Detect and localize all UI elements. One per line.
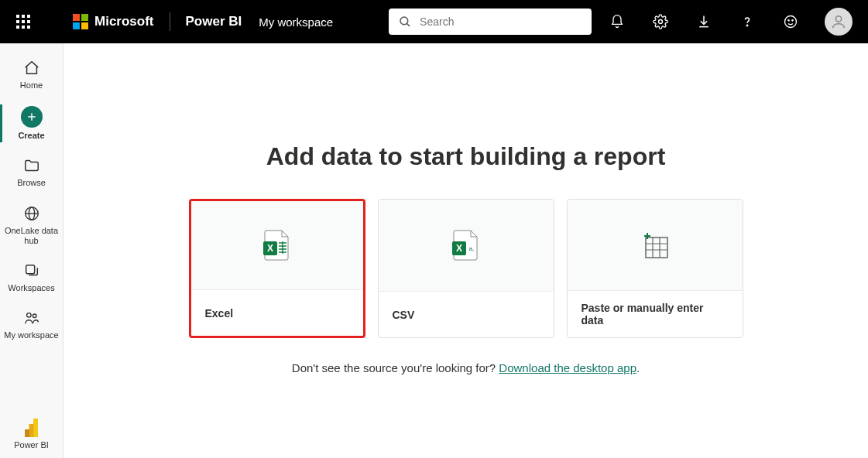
sidebar-item-onelake[interactable]: OneLake data hub <box>0 197 63 254</box>
microsoft-logo-icon <box>73 14 88 29</box>
card-icon-area <box>568 200 743 290</box>
workspace-breadcrumb[interactable]: My workspace <box>259 15 333 29</box>
notifications-button[interactable] <box>608 12 626 31</box>
data-source-cards: X Excel X <box>189 199 743 338</box>
sidebar-item-create[interactable]: Create <box>0 98 63 149</box>
sidebar-item-workspaces[interactable]: Workspaces <box>0 254 63 301</box>
svg-rect-26 <box>646 238 667 258</box>
sidebar-item-home[interactable]: Home <box>0 51 63 98</box>
people-icon <box>22 309 41 327</box>
svg-rect-14 <box>29 424 33 437</box>
card-label: Excel <box>191 289 363 336</box>
separator <box>170 12 170 31</box>
nav-label: My workspace <box>4 330 58 340</box>
table-plus-icon <box>640 230 671 261</box>
microsoft-brand: Microsoft <box>73 14 154 29</box>
svg-point-5 <box>788 20 789 21</box>
footer-suffix: . <box>636 361 640 374</box>
download-desktop-link[interactable]: Download the desktop app <box>499 361 636 374</box>
app-launcher-button[interactable] <box>9 8 37 36</box>
card-csv[interactable]: X a, CSV <box>378 199 554 338</box>
svg-text:X: X <box>266 243 273 254</box>
nav-label: Create <box>18 131 44 141</box>
svg-point-6 <box>792 20 793 21</box>
download-button[interactable] <box>695 12 713 31</box>
powerbi-icon <box>22 419 41 437</box>
question-icon <box>739 14 755 29</box>
svg-text:a,: a, <box>468 245 474 252</box>
card-manual-data[interactable]: Paste or manually enter data <box>567 199 743 338</box>
svg-rect-15 <box>25 429 29 437</box>
sidebar-item-browse[interactable]: Browse <box>0 149 63 196</box>
settings-button[interactable] <box>651 12 670 31</box>
svg-point-2 <box>659 20 663 24</box>
nav-label: OneLake data hub <box>3 226 60 246</box>
person-icon <box>830 13 847 30</box>
nav-label: Home <box>20 80 43 91</box>
excel-file-icon: X <box>263 229 291 261</box>
csv-file-icon: X a, <box>452 229 480 261</box>
svg-point-7 <box>835 16 841 22</box>
svg-rect-13 <box>33 419 38 437</box>
search-input[interactable] <box>420 15 582 28</box>
download-icon <box>696 14 712 29</box>
plus-circle-icon <box>21 106 43 128</box>
svg-point-4 <box>785 16 797 28</box>
svg-rect-10 <box>26 265 34 274</box>
globe-icon <box>22 204 41 223</box>
footer-prefix: Don't see the source you're looking for? <box>292 361 499 374</box>
svg-line-1 <box>407 24 410 26</box>
card-icon-area: X <box>191 201 363 289</box>
sidebar: Home Create Browse OneLake data hub Work <box>0 43 63 458</box>
stack-icon <box>22 261 41 280</box>
folder-icon <box>22 156 41 175</box>
card-icon-area: X a, <box>379 200 554 291</box>
product-name: Power BI <box>186 14 242 29</box>
feedback-button[interactable] <box>781 12 800 31</box>
sidebar-item-powerbi[interactable]: Power BI <box>0 411 63 458</box>
topbar: Microsoft Power BI My workspace <box>0 0 868 43</box>
svg-text:X: X <box>455 243 461 254</box>
nav-label: Workspaces <box>8 283 54 293</box>
main-content: Add data to start building a report X <box>63 43 868 458</box>
svg-point-12 <box>33 314 36 318</box>
svg-point-3 <box>746 25 747 26</box>
card-label: CSV <box>379 291 554 337</box>
card-excel[interactable]: X Excel <box>189 199 365 338</box>
waffle-icon <box>16 15 30 29</box>
card-label: Paste or manually enter data <box>568 290 743 337</box>
page-title: Add data to start building a report <box>266 142 666 171</box>
svg-point-11 <box>26 313 31 318</box>
account-button[interactable] <box>825 8 853 36</box>
help-button[interactable] <box>738 12 756 31</box>
nav-label: Browse <box>17 178 46 188</box>
sidebar-item-my-workspace[interactable]: My workspace <box>0 301 63 348</box>
footer-help-text: Don't see the source you're looking for?… <box>292 361 640 374</box>
search-box[interactable] <box>389 9 592 35</box>
gear-icon <box>653 14 668 29</box>
smiley-icon <box>783 14 798 29</box>
bell-icon <box>609 14 625 29</box>
nav-label: Power BI <box>14 440 49 450</box>
brand-text: Microsoft <box>94 14 154 29</box>
svg-point-0 <box>400 17 408 25</box>
home-icon <box>22 59 41 77</box>
search-icon <box>398 15 412 29</box>
topbar-actions <box>608 8 853 36</box>
